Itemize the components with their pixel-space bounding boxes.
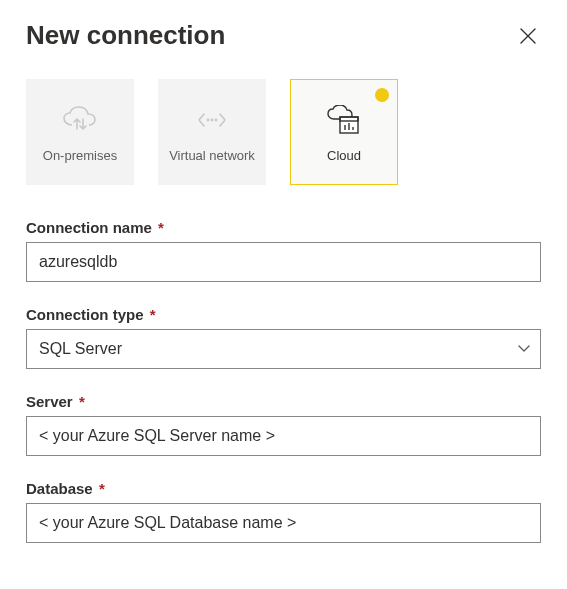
connection-kind-tiles: On-premises Virtual network [26, 79, 541, 185]
close-icon [519, 27, 537, 45]
connection-name-input[interactable] [26, 242, 541, 282]
label-text: Connection name [26, 219, 152, 236]
close-button[interactable] [515, 23, 541, 49]
database-label: Database * [26, 480, 541, 497]
svg-point-0 [207, 118, 210, 121]
field-server: Server * [26, 393, 541, 456]
selected-indicator-icon [375, 88, 389, 102]
connection-name-label: Connection name * [26, 219, 541, 236]
connection-type-select[interactable]: SQL Server [26, 329, 541, 369]
tile-label: Cloud [327, 148, 361, 164]
field-database: Database * [26, 480, 541, 543]
svg-point-1 [211, 118, 214, 121]
new-connection-dialog: New connection On-premises [0, 0, 567, 543]
tile-virtual-network[interactable]: Virtual network [158, 79, 266, 185]
server-label: Server * [26, 393, 541, 410]
cloud-db-icon [326, 100, 362, 140]
vnet-icon [197, 100, 227, 140]
select-value: SQL Server [26, 329, 541, 369]
required-marker: * [99, 480, 105, 497]
cloud-sync-icon [61, 100, 99, 140]
tile-label: On-premises [43, 148, 117, 164]
tile-label: Virtual network [169, 148, 255, 164]
required-marker: * [158, 219, 164, 236]
connection-type-label: Connection type * [26, 306, 541, 323]
tile-cloud[interactable]: Cloud [290, 79, 398, 185]
tile-on-premises[interactable]: On-premises [26, 79, 134, 185]
label-text: Server [26, 393, 73, 410]
field-connection-type: Connection type * SQL Server [26, 306, 541, 369]
dialog-title: New connection [26, 20, 225, 51]
required-marker: * [150, 306, 156, 323]
field-connection-name: Connection name * [26, 219, 541, 282]
required-marker: * [79, 393, 85, 410]
server-input[interactable] [26, 416, 541, 456]
database-input[interactable] [26, 503, 541, 543]
label-text: Database [26, 480, 93, 497]
dialog-header: New connection [26, 20, 541, 51]
svg-point-2 [215, 118, 218, 121]
label-text: Connection type [26, 306, 144, 323]
